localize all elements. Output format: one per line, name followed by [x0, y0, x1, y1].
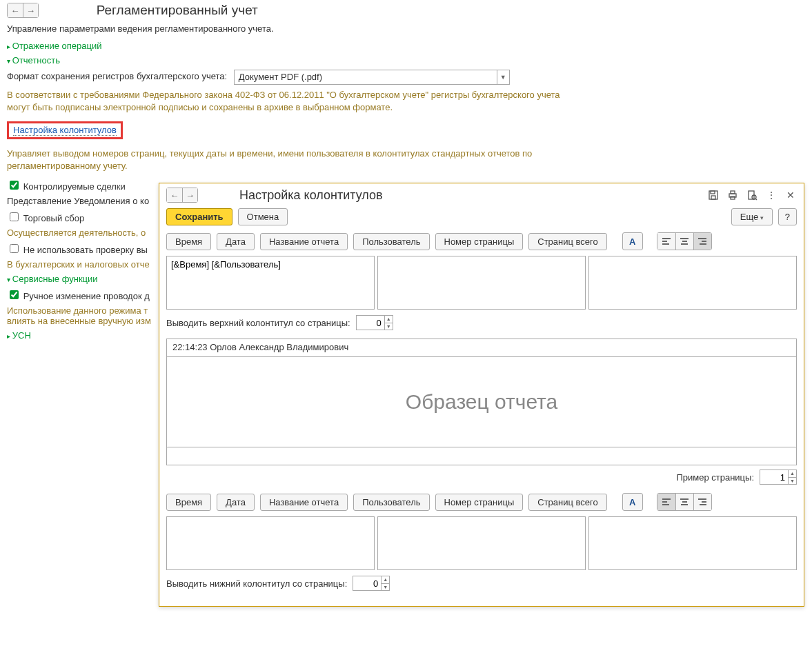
format-value: Документ PDF (.pdf)	[235, 70, 497, 84]
token-time-top[interactable]: Время	[166, 233, 211, 250]
section-reports[interactable]: Отчетность	[7, 55, 805, 65]
header-center-input[interactable]	[377, 256, 586, 310]
controlled-deals-label: Контролируемые сделки	[23, 181, 126, 192]
kebab-menu-icon[interactable]: ⋮	[765, 189, 778, 201]
dialog-title: Настройка колонтитулов	[239, 188, 383, 203]
chevron-down-icon: ▼	[497, 70, 509, 84]
spinner-down-icon[interactable]: ▼	[385, 323, 393, 330]
page-subtitle: Управление параметрами ведения регламент…	[7, 23, 805, 34]
dlg-nav-back[interactable]: ←	[167, 188, 182, 202]
svg-rect-1	[711, 191, 715, 194]
dlg-nav-forward[interactable]: →	[182, 188, 197, 202]
noverify-label: Не использовать проверку вы	[23, 245, 148, 255]
nav-back-button[interactable]: ←	[8, 3, 23, 17]
more-button[interactable]: Еще	[731, 208, 773, 225]
align-left-top[interactable]	[657, 233, 675, 250]
format-dropdown[interactable]: Документ PDF (.pdf) ▼	[234, 70, 510, 85]
token-total-top[interactable]: Страниц всего	[528, 233, 606, 250]
manual-edit-label: Ручное изменение проводок д	[23, 291, 150, 301]
noverify-checkbox[interactable]: Не использовать проверку вы	[7, 245, 148, 255]
close-icon[interactable]: ✕	[784, 189, 797, 201]
manual-edit-checkbox[interactable]: Ручное изменение проводок д	[7, 291, 150, 301]
nav-forward-button[interactable]: →	[23, 3, 38, 17]
svg-rect-4	[731, 191, 735, 194]
preview-icon[interactable]	[746, 189, 758, 201]
preview-box: 22:14:23 Орлов Александр Владимирович Об…	[166, 339, 797, 352]
align-group-top	[657, 232, 712, 250]
law-info-text: В соответствии с требованиями Федерально…	[7, 89, 573, 113]
format-label: Формат сохранения регистров бухгалтерско…	[7, 71, 227, 81]
token-user-top[interactable]: Пользователь	[353, 233, 429, 250]
headers-desc-text: Управляет выводом номеров страниц, текущ…	[7, 148, 573, 172]
print-icon[interactable]	[726, 189, 739, 201]
top-pager-label: Выводить верхний колонтитул со страницы:	[166, 318, 350, 328]
header-left-input[interactable]	[166, 256, 375, 310]
headers-dialog: ← → Настройка колонтитулов ⋮ ✕ Сохранить…	[159, 183, 804, 352]
help-button[interactable]: ?	[778, 208, 797, 225]
token-date-top[interactable]: Дата	[217, 233, 255, 250]
highlight-headers-link: Настройка колонтитулов	[7, 121, 123, 139]
spinner-up-icon[interactable]: ▲	[385, 316, 393, 323]
font-button-top[interactable]: A	[622, 232, 643, 250]
svg-rect-5	[731, 196, 735, 199]
token-page-top[interactable]: Номер страницы	[435, 233, 524, 250]
align-right-top[interactable]	[693, 233, 711, 250]
svg-rect-2	[711, 196, 715, 199]
top-pager-value[interactable]	[357, 316, 384, 330]
save-icon[interactable]	[707, 189, 720, 201]
trade-fee-checkbox[interactable]: Торговый сбор	[7, 213, 84, 223]
top-pager-spinner[interactable]: ▲▼	[356, 315, 393, 330]
align-center-top[interactable]	[675, 233, 693, 250]
cancel-button[interactable]: Отмена	[238, 208, 288, 225]
header-right-input[interactable]	[588, 256, 797, 310]
headers-settings-link[interactable]: Настройка колонтитулов	[13, 125, 117, 136]
preview-header-text: 22:14:23 Орлов Александр Владимирович	[167, 339, 796, 352]
page-title: Регламентированный учет	[97, 3, 258, 18]
controlled-deals-checkbox[interactable]: Контролируемые сделки	[7, 181, 126, 192]
svg-line-8	[755, 199, 757, 200]
trade-fee-label: Торговый сбор	[23, 213, 85, 223]
section-operations[interactable]: Отражение операций	[7, 41, 805, 51]
save-button[interactable]: Сохранить	[166, 208, 232, 225]
token-report-top[interactable]: Название отчета	[260, 233, 348, 250]
